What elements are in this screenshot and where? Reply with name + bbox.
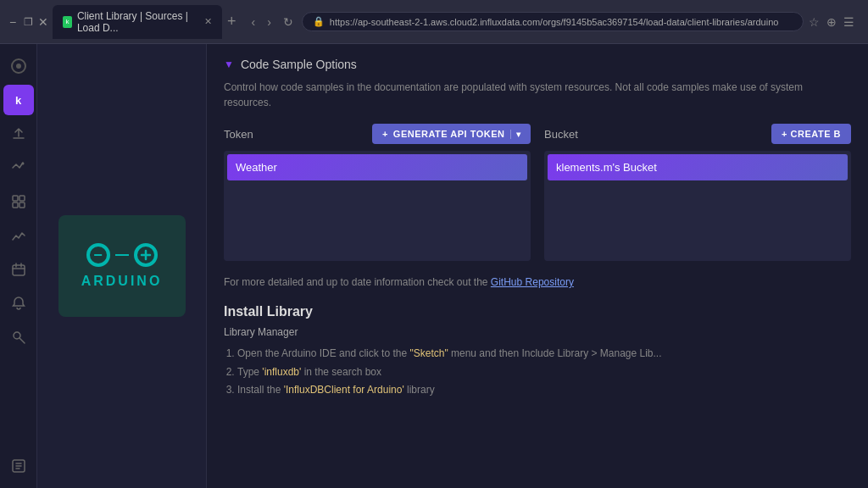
sidebar: k [0,44,37,488]
restore-button[interactable]: ❐ [22,16,34,28]
active-tab[interactable]: k Client Library | Sources | Load D... ✕ [53,5,222,39]
browser-actions: ☆ ⊕ ☰ [809,15,854,29]
description-text: Control how code samples in the document… [224,80,851,110]
profile-icon[interactable]: ☰ [843,15,854,29]
sidebar-item-calendar[interactable] [3,254,34,285]
sidebar-item-boards[interactable] [3,186,34,217]
svg-point-2 [21,163,24,165]
token-label: Token [224,128,253,141]
close-button[interactable]: ✕ [37,16,49,28]
content-area: − ARDUINO ▼ Code Sample Optio [37,44,868,488]
section-arrow-icon: ▼ [224,58,234,70]
bucket-label: Bucket [544,128,578,141]
arduino-logo-box: − ARDUINO [58,215,186,317]
info-text-before: For more detailed and up to date informa… [224,276,491,288]
create-btn-label: + CREATE B [782,129,841,139]
arduino-minus-icon: − [86,243,110,267]
bucket-selector-box[interactable]: klements.m's Bucket [544,151,851,261]
user-avatar-letter: k [15,94,21,107]
close-tab-button[interactable]: ✕ [204,16,212,27]
url-text: https://ap-southeast-2-1.aws.cloud2.infl… [330,17,779,27]
install-title: Install Library [224,304,851,319]
github-link-label: GitHub Repository [491,276,574,288]
sidebar-item-chart[interactable] [3,220,34,251]
app-layout: k [0,44,868,488]
generate-plus-icon: + [382,129,388,139]
arduino-label: ARDUINO [81,274,163,289]
token-section: Token + GENERATE API TOKEN ▾ Weather [224,124,531,261]
svg-rect-3 [13,196,18,201]
section-header: ▼ Code Sample Options [224,58,851,71]
sidebar-item-sources[interactable] [3,451,34,481]
install-step-2: Type 'influxdb' in the search box [237,363,851,382]
tab-favicon: k [63,16,72,28]
generate-chevron-icon: ▾ [510,130,521,139]
install-step-3: Install the 'InfluxDBClient for Arduino'… [237,381,851,400]
arduino-symbol: − [86,243,158,267]
token-label-row: Token + GENERATE API TOKEN ▾ [224,124,531,144]
browser-chrome: − ❐ ✕ k Client Library | Sources | Load … [0,0,868,44]
svg-rect-6 [19,202,25,208]
svg-rect-4 [19,196,25,201]
install-step-1: Open the Arduino IDE and click to the "S… [237,345,851,363]
address-bar-row: ‹ › ↻ 🔒 https://ap-southeast-2-1.aws.clo… [242,8,861,35]
bucket-section: Bucket + CREATE B klements.m's Bucket [544,124,851,261]
refresh-button[interactable]: ↻ [280,14,297,30]
github-repo-link[interactable]: GitHub Repository [491,276,574,288]
favicon-letter: k [65,18,69,25]
back-button[interactable]: ‹ [248,14,259,30]
sidebar-item-user[interactable]: k [3,85,34,115]
forward-button[interactable]: › [264,14,275,30]
tab-label: Client Library | Sources | Load D... [77,10,198,34]
token-selector-box[interactable]: Weather [224,151,531,261]
token-bucket-row: Token + GENERATE API TOKEN ▾ Weather [224,124,851,261]
minimize-button[interactable]: − [7,16,19,28]
main-content: ▼ Code Sample Options Control how code s… [207,44,868,488]
lock-icon: 🔒 [313,16,325,27]
install-steps: Open the Arduino IDE and click to the "S… [224,345,851,400]
arduino-plus-icon [134,243,158,267]
lib-manager-label: Library Manager [224,326,851,338]
svg-rect-7 [13,265,25,275]
create-bucket-button[interactable]: + CREATE B [771,124,851,144]
address-bar[interactable]: 🔒 https://ap-southeast-2-1.aws.cloud2.in… [302,12,804,31]
token-selected-item[interactable]: Weather [227,154,527,180]
generate-btn-label: GENERATE API TOKEN [393,129,505,139]
section-title: Code Sample Options [241,58,357,71]
svg-rect-5 [13,202,18,208]
svg-point-1 [16,64,21,69]
extensions-icon[interactable]: ⊕ [826,15,837,29]
new-tab-button[interactable]: + [222,11,242,32]
sidebar-item-keys[interactable] [3,322,34,352]
sidebar-item-upload[interactable] [3,119,34,149]
info-text: For more detailed and up to date informa… [224,274,851,291]
sidebar-item-analytics[interactable] [3,152,34,183]
bucket-selected-item[interactable]: klements.m's Bucket [548,154,848,180]
sidebar-item-logo[interactable] [3,51,34,81]
generate-api-token-button[interactable]: + GENERATE API TOKEN ▾ [372,124,531,144]
window-controls: − ❐ ✕ [7,16,49,28]
bucket-label-row: Bucket + CREATE B [544,124,851,144]
sidebar-item-notifications[interactable] [3,288,34,319]
bookmark-icon[interactable]: ☆ [809,15,820,29]
tab-bar: k Client Library | Sources | Load D... ✕… [53,5,242,39]
logo-panel: − ARDUINO [37,44,207,488]
